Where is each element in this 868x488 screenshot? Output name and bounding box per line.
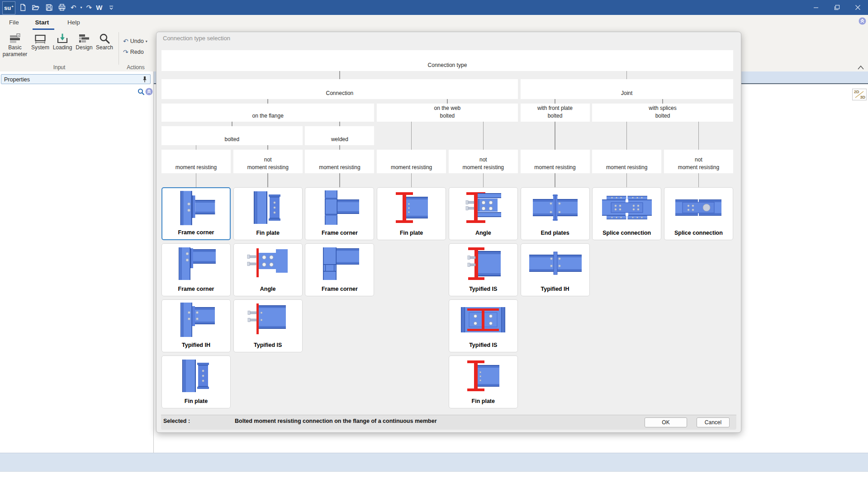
thumb-splice-bolts-icon [593,189,661,227]
minimize-button[interactable] [806,0,826,15]
search-button[interactable]: Search [94,31,115,51]
tree-connector [411,173,412,187]
thumbnail-fc-stiff[interactable]: Frame corner [305,187,374,240]
thumbnail-label: Typified IH [521,286,589,292]
basic-parameter-label: Basic parameter [2,44,28,58]
system-icon [29,31,52,44]
thumb-typ-is-face-icon [449,301,517,339]
tree-node-on-the-web-bolted: on the webbolted [377,104,518,122]
basic-parameter-button[interactable]: Basic parameter [2,31,28,58]
undo-icon[interactable]: ↶ [71,3,76,12]
print-icon[interactable] [57,3,66,12]
tree-node-with-splices-bolted: with splicesbolted [592,104,733,122]
tree-connector [555,173,555,187]
active-tab-underline [33,28,54,30]
thumbnail-finplate-red[interactable]: Fin plate [449,355,518,408]
tree-node-label: with splices [649,104,676,112]
pin-icon[interactable] [142,76,147,83]
system-label: System [29,44,52,51]
tree-node-not-moment-resisting: notmoment resisting [449,150,518,173]
tree-node-label: moment resisting [678,164,719,171]
thumbnail-splice-bolts[interactable]: Splice connection [592,187,661,240]
ribbon-group-input: Input [3,64,116,71]
thumbnail-finplate-col[interactable]: Fin plate [161,355,231,408]
tree-node-joint: Joint [521,79,733,99]
tree-node-bolted: bolted [161,126,303,145]
tree-connector [196,145,197,150]
loading-button[interactable]: Loading [52,31,73,51]
thumbnail-angle-bracket[interactable]: Angle [233,243,303,296]
thumbnail-angle-red[interactable]: Angle [449,187,518,240]
maximize-button[interactable] [826,0,847,15]
open-folder-icon[interactable] [31,3,40,12]
tree-connector [555,99,555,104]
thumbnail-fc-bolted[interactable]: Frame corner [161,187,231,240]
word-export-icon[interactable]: W [96,3,102,12]
redo-icon[interactable]: ↷ [86,3,92,12]
cancel-button[interactable]: Cancel [697,417,730,427]
tab-start[interactable]: Start [27,16,57,28]
thumb-finplate-red-icon [449,357,517,395]
basic-parameter-icon [2,31,28,44]
view-3d-label: 3D [860,95,865,99]
loading-label: Loading [52,44,73,51]
design-button[interactable]: Design [73,31,95,51]
collapse-ribbon-chevron-icon[interactable] [857,64,865,69]
system-button[interactable]: System [29,31,52,51]
close-button[interactable] [847,0,868,15]
redo-arrow-icon: ↷ [123,48,128,56]
thumb-finplate-red-icon [377,189,446,227]
thumbnail-typ-is-face[interactable]: Typified IS [449,299,518,352]
tree-connector [339,122,340,126]
thumbnail-finplate-red[interactable]: Fin plate [377,187,446,240]
thumbnail-typ-is-side[interactable]: Typified IS [449,243,518,296]
tree-node-label: bolted [440,112,455,120]
connection-type-dialog: Connection type selection Connection typ… [156,32,741,433]
quick-access-toolbar: ↶ ▾ ↷ W [18,0,115,15]
tree-node-moment-resisting: moment resisting [592,150,661,173]
thumbnail-typ-ih-col[interactable]: Typified IH [161,299,231,352]
tree-node-label: on the web [434,104,461,112]
tab-help[interactable]: Help [62,16,86,28]
panel-collapse-icon[interactable] [145,88,153,95]
tree-node-label: Joint [621,90,632,97]
redo-button[interactable]: ↷ Redo [123,47,144,57]
tree-node-moment-resisting: moment resisting [305,150,374,173]
thumb-typ-ih-splice-icon [521,245,589,283]
collapse-panel-icon[interactable] [859,17,866,25]
design-icon [73,31,95,44]
thumbnail-label: Angle [234,286,302,292]
tree-node-label: bolted [655,112,670,120]
tree-connector [698,173,699,187]
thumbnail-fc-corner-bolted[interactable]: Frame corner [161,243,231,296]
tree-node-with-front-plate-bolted: with front platebolted [521,104,590,122]
properties-header[interactable]: Properties [1,74,151,84]
thumbnail-fc-corner-welded[interactable]: Frame corner [305,243,374,296]
new-file-icon[interactable] [18,3,27,12]
ribbon-divider [119,32,119,65]
thumbnail-label: Typified IS [234,342,302,348]
tree-connector [626,71,627,79]
loading-icon [52,31,73,44]
thumbnail-splice-pin[interactable]: Splice connection [664,187,733,240]
customize-toolbar-icon[interactable] [106,3,115,12]
panel-search-icon[interactable] [138,88,145,95]
thumb-fc-bolted-icon [162,189,230,227]
thumbnail-finplate-col[interactable]: Fin plate [233,187,303,240]
undo-button[interactable]: ↶ Undo ▾ [123,37,147,46]
ok-button[interactable]: OK [645,417,687,427]
thumb-angle-red-icon [449,189,517,227]
undo-dropdown-icon[interactable]: ▾ [81,5,82,9]
thumbnail-endplates[interactable]: End plates [521,187,590,240]
view-2d-3d-toggle[interactable]: 2D 3D [852,89,867,100]
thumbnail-label: Frame corner [305,286,374,292]
tree-node-label: Connection type [428,62,467,69]
thumbnail-label: Typified IS [449,286,517,292]
tree-connector [555,122,555,150]
save-icon[interactable] [44,3,53,12]
tab-file[interactable]: File [5,16,24,28]
properties-panel: Properties [0,71,154,453]
selected-label: Selected : [163,418,190,424]
thumbnail-typ-is-strip[interactable]: Typified IS [233,299,303,352]
thumbnail-typ-ih-splice[interactable]: Typified IH [521,243,590,296]
